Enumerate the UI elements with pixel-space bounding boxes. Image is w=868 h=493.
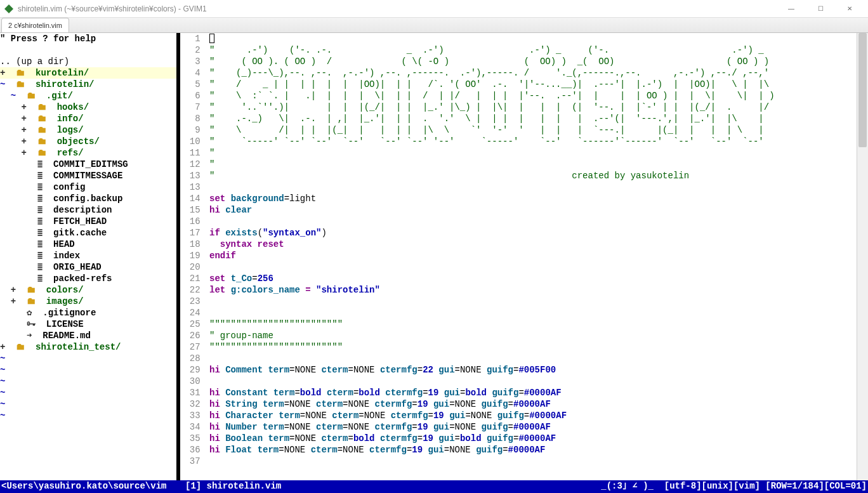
filler-line: ~ [0,398,176,410]
code-line[interactable]: set background=light [209,193,868,204]
tree-item[interactable]: ≣ gitk.cache [0,227,176,239]
window-title: shirotelin.vim (~¥source¥vim¥shirotelin¥… [18,3,777,15]
tree-item[interactable]: + 🖿 kurotelin/ [0,67,176,79]
line-number-gutter: 1 2 3 4 5 6 7 8 9 10 11 12 13 13 14 15 1… [180,33,209,467]
tree-item[interactable]: + 🖿 refs/ [0,147,176,159]
code-area[interactable]: " .-') ('-. .-. _ .-') .-') _ ('-. .-') … [209,33,868,467]
vertical-scrollbar[interactable] [857,33,868,480]
tree-item[interactable]: + 🖿 info/ [0,113,176,124]
updir[interactable]: .. (up a dir) [0,56,176,67]
tree-item[interactable]: ~ 🖿 .git/ [0,90,176,102]
code-line[interactable]: " created by yasukotelin [209,170,868,181]
code-line[interactable] [209,296,868,307]
code-line[interactable] [209,456,868,467]
code-line[interactable]: " \ :` `. | .| | | | \| | | / | |/ | | |… [209,90,868,102]
status-left: <Users\yasuhiro.kato\source\vim [0,480,180,493]
tab-file[interactable]: 2 c¥shirotelin.vim [1,18,69,32]
code-line[interactable]: " .-') ('-. .-. _ .-') .-') _ ('-. .-') … [209,44,868,56]
code-line[interactable]: " \ /| | | |(_| | | | | |\ \ `' '-' ' | … [209,124,868,136]
maximize-button[interactable]: ☐ [806,0,835,18]
tree-item[interactable]: ~ 🖿 shirotelin/ [0,79,176,90]
code-line[interactable]: if exists("syntax_on") [209,227,868,239]
code-line[interactable] [209,181,868,193]
tree-item[interactable]: ≣ config [0,181,176,193]
code-line[interactable]: hi Comment term=NONE cterm=NONE ctermfg=… [209,364,868,376]
tree-item[interactable]: ≣ COMMITMESSAGE [0,170,176,181]
close-button[interactable]: ✕ [835,0,864,18]
tree-item[interactable]: + 🖿 images/ [0,296,176,307]
code-line[interactable]: " .-._) \| .-. | ,| |_.'| | | . '.' \ | … [209,113,868,124]
code-line[interactable]: syntax reset [209,239,868,250]
tree-item[interactable]: + 🖿 hooks/ [0,102,176,113]
current-path[interactable]: + 🖿 kurotelin/~ 🖿 shirotelin/ ~ 🖿 .git/ … [0,67,176,79]
minimize-button[interactable]: — [777,0,806,18]
tree-item[interactable]: ≣ HEAD [0,239,176,250]
tree-item[interactable]: + 🖿 logs/ [0,124,176,136]
code-line[interactable]: " group-name [209,330,868,341]
code-line[interactable]: " / _ | | | | | | |OO)| | | /`. '( OO' .… [209,79,868,90]
code-line[interactable] [209,216,868,227]
tree-item[interactable]: ≣ description [0,204,176,216]
code-line[interactable]: " (_)---\_),--. ,--. ,-.-') ,--. ,------… [209,67,868,79]
filler-line: ~ [0,387,176,398]
code-line[interactable]: " [209,147,868,159]
app-icon [4,4,14,14]
tree-item[interactable]: ✿ .gitignore [0,307,176,319]
code-line[interactable]: " `-----' `--' `--' `--' `--' `--' '--' … [209,136,868,147]
tree-item[interactable]: 🗝 LICENSE [0,319,176,330]
code-line[interactable]: hi Float term=NONE cterm=NONE ctermfg=19… [209,444,868,456]
svg-marker-0 [4,4,13,13]
code-line[interactable]: endif [209,250,868,261]
tree-item[interactable]: ➜ README.md [0,330,176,341]
tab-strip: 2 c¥shirotelin.vim [0,18,868,33]
tree-item[interactable]: ≣ ORIG_HEAD [0,261,176,273]
titlebar: shirotelin.vim (~¥source¥vim¥shirotelin¥… [0,0,868,18]
code-line[interactable]: hi Character term=NONE cterm=NONE ctermf… [209,410,868,421]
status-right: [1] shirotelin.vim _(:3｣ ∠ )_ [utf-8][un… [184,480,868,493]
tree-item[interactable]: + 🖿 colors/ [0,284,176,296]
code-line[interactable]: hi Constant term=bold cterm=bold ctermfg… [209,387,868,398]
code-line[interactable]: hi String term=NONE cterm=NONE ctermfg=1… [209,398,868,410]
tree-item[interactable]: ≣ COMMIT_EDITMSG [0,159,176,170]
filler-line: ~ [0,410,176,421]
code-line[interactable] [209,33,868,44]
tree-item[interactable]: ≣ packed-refs [0,273,176,284]
file-explorer[interactable]: " Press ? for help .. (up a dir)+ 🖿 kuro… [0,33,180,480]
code-line[interactable] [209,353,868,364]
status-bar: <Users\yasuhiro.kato\source\vim [1] shir… [0,480,868,493]
code-line[interactable]: hi Number term=NONE cterm=NONE ctermfg=1… [209,421,868,433]
code-line[interactable]: """"""""""""""""""""""""" [209,319,868,330]
code-line[interactable]: """"""""""""""""""""""""" [209,341,868,353]
code-line[interactable]: " '..`''.)| | | |(_/| | | |_.' |\_) | |\… [209,102,868,113]
filler-line: ~ [0,364,176,376]
tree-item[interactable]: ≣ index [0,250,176,261]
code-line[interactable]: let g:colors_name = "shirotelin" [209,284,868,296]
code-line[interactable] [209,307,868,319]
code-line[interactable] [209,376,868,387]
code-line[interactable]: hi clear [209,204,868,216]
status-filename: [1] shirotelin.vim [185,480,281,493]
code-line[interactable]: set t_Co=256 [209,273,868,284]
tree-item[interactable]: ≣ config.backup [0,193,176,204]
editor[interactable]: 1 2 3 4 5 6 7 8 9 10 11 12 13 13 14 15 1… [180,33,868,480]
tree-item[interactable]: + 🖿 shirotelin_test/ [0,341,176,353]
status-info: _(:3｣ ∠ )_ [utf-8][unix][vim] [ROW=1/184… [601,480,867,493]
filler-line: ~ [0,353,176,364]
filler-line: ~ [0,376,176,387]
code-line[interactable]: " ( OO ). ( OO ) / ( \( -O ) ( OO) ) _( … [209,56,868,67]
tree-item[interactable]: ≣ FETCH_HEAD [0,216,176,227]
code-line[interactable]: hi Boolean term=NONE cterm=bold ctermfg=… [209,433,868,444]
scrollbar-thumb[interactable] [858,33,867,147]
help-text: " Press ? for help [0,33,176,44]
code-line[interactable] [209,261,868,273]
tree-item[interactable]: + 🖿 objects/ [0,136,176,147]
cursor [209,34,214,43]
code-line[interactable]: " [209,159,868,170]
